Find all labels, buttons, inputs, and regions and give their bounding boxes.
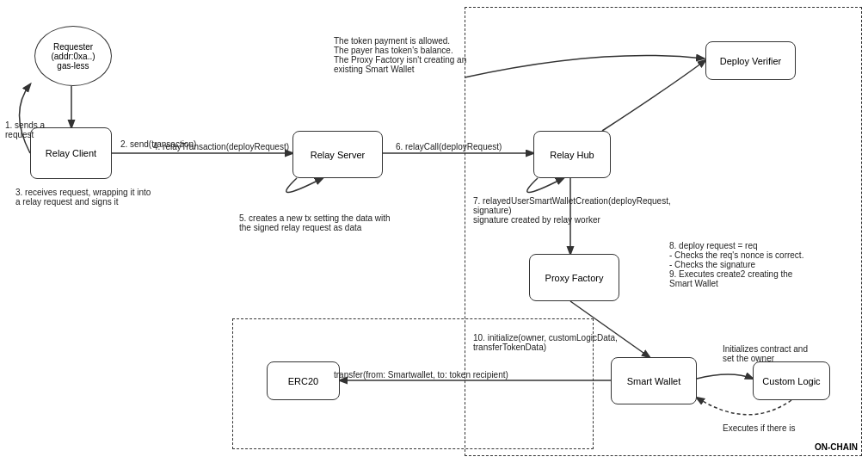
label-step10: 10. initialize(owner, customLogicData, t…	[473, 333, 654, 352]
requester-label: Requester (addr:0xa..) gas-less	[51, 42, 95, 71]
on-chain-label: ON-CHAIN	[815, 442, 858, 452]
label-step4: 4. relayTransaction(deployRequest)	[153, 142, 289, 151]
deploy-verifier-node: Deploy Verifier	[705, 41, 796, 80]
requester-node: Requester (addr:0xa..) gas-less	[34, 26, 112, 86]
label-step5: 5. creates a new tx setting the data wit…	[239, 213, 411, 232]
deploy-verifier-label: Deploy Verifier	[720, 56, 782, 66]
erc20-node: ERC20	[267, 361, 340, 400]
relay-server-node: Relay Server	[292, 131, 383, 178]
label-step8: 8. deploy request = req - Checks the req…	[669, 241, 850, 288]
label-transfer: transfer(from: Smartwallet, to: token re…	[334, 370, 549, 380]
label-init-owner: Initializes contract and set the owner	[723, 344, 834, 363]
relay-hub-node: Relay Hub	[533, 131, 611, 178]
relay-hub-label: Relay Hub	[550, 150, 594, 160]
diagram-container: ON-CHAIN	[0, 0, 868, 463]
label-step6: 6. relayCall(deployRequest)	[396, 142, 502, 151]
erc20-label: ERC20	[288, 376, 318, 386]
label-step3: 3. receives request, wrapping it into a …	[15, 188, 196, 207]
smart-wallet-label: Smart Wallet	[627, 376, 681, 386]
label-step7: 7. relayedUserSmartWalletCreation(deploy…	[473, 196, 680, 225]
custom-logic-label: Custom Logic	[762, 376, 820, 386]
proxy-factory-node: Proxy Factory	[529, 254, 619, 301]
smart-wallet-node: Smart Wallet	[611, 357, 697, 404]
label-executes: Executes if there is	[723, 423, 834, 433]
label-step1: 1. sends a request	[5, 120, 57, 139]
relay-server-label: Relay Server	[311, 150, 366, 160]
custom-logic-node: Custom Logic	[753, 361, 830, 400]
label-token-check: The token payment is allowed. The payer …	[334, 36, 506, 74]
relay-client-label: Relay Client	[46, 148, 96, 158]
proxy-factory-label: Proxy Factory	[545, 273, 604, 283]
